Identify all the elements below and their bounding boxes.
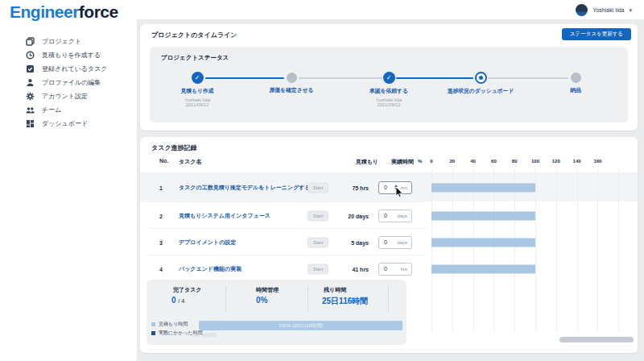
dashboard-icon: [26, 119, 35, 128]
topbar: Yoshiaki Iida ▾: [137, 0, 644, 20]
legend-swatch-dark: [151, 331, 155, 335]
task-estimate: 5 days: [319, 239, 369, 245]
timeline-card-title: プロジェクトのタイムライン: [151, 31, 237, 39]
sidebar-item-create-estimate[interactable]: 見積もりを作成する: [0, 48, 137, 62]
timeline-card: プロジェクトのタイムライン ステータスを更新する プロジェクトステータス ✓ 見…: [140, 24, 638, 131]
step-delivery: 納品: [535, 72, 616, 94]
table-row: 1 タスクの工数見積り推定モデルをトレーニングする Start 75 hrs 0…: [140, 172, 638, 202]
sidebar-item-label: アカウント設定: [42, 92, 88, 101]
horizontal-scrollbar-thumb[interactable]: [559, 337, 634, 342]
actual-hours-value: 0: [384, 239, 397, 245]
app-root: Engineerforce プロジェクト 見積もりを作成する 登録されているタス…: [0, 0, 644, 361]
step-date: 2021/09/12: [157, 102, 237, 107]
legend-estimate: 見積もり時間: [151, 321, 188, 328]
sidebar-item-account-settings[interactable]: アカウント設定: [0, 89, 137, 103]
axis-tick: 60: [485, 159, 502, 164]
pending-circle-icon: [287, 73, 297, 83]
sidebar-item-registered-tasks[interactable]: 登録されているタスク: [0, 62, 137, 76]
task-number: 3: [159, 239, 163, 245]
avatar: [576, 4, 588, 16]
task-number: 4: [159, 266, 163, 272]
progress-bar: [431, 211, 535, 220]
sidebar-item-label: 登録されているタスク: [42, 64, 108, 73]
tasks-card-title: タスク進捗記録: [151, 143, 197, 152]
sidebar-item-edit-profile[interactable]: プロファイルの編集: [0, 76, 137, 89]
axis-tick: 140: [568, 159, 586, 164]
user-name: Yoshiaki Iida: [592, 7, 624, 13]
column-header-estimate: 見積もり: [328, 158, 378, 166]
task-name-link[interactable]: タスクの工数見積り推定モデルをトレーニングする: [179, 184, 311, 192]
check-icon: ✓: [192, 72, 204, 84]
task-number: 1: [159, 185, 163, 190]
column-header-no: No.: [159, 158, 168, 164]
axis-tick: 80: [506, 159, 523, 164]
step-request-approval: ✓ 承認を依頼する Yoshiaki Iida 2021/09/12: [349, 72, 429, 107]
axis-tick: 120: [547, 159, 565, 164]
progress-bar: [431, 264, 535, 273]
table-row: 4 バックエンド機能の実装 Start 41 hrs 0 hrs: [140, 255, 638, 282]
mouse-cursor: [395, 187, 404, 201]
step-date: 2021/09/12: [349, 102, 429, 107]
sidebar-item-label: ダッシュボード: [42, 119, 88, 128]
table-row: 2 見積もりシステム用インタフェース Start 20 days 0 days: [140, 202, 638, 229]
actual-hours-value: 0: [384, 213, 397, 218]
completed-tasks-label: 完了タスク: [173, 286, 202, 294]
actual-hours-input[interactable]: 0 days: [378, 210, 412, 222]
unit-label: days: [397, 240, 407, 245]
clock-icon: [26, 51, 35, 60]
step-label: 納品: [535, 86, 616, 94]
gear-icon: [26, 92, 35, 101]
sidebar-item-team[interactable]: チーム: [0, 103, 137, 117]
task-name-link[interactable]: デプロイメントの設定: [179, 239, 236, 247]
update-status-button[interactable]: ステータスを更新する: [562, 28, 631, 40]
unit-label: days: [397, 214, 407, 218]
person-icon: [26, 78, 35, 87]
brand-logo-primary: Engineer: [10, 2, 79, 21]
brand-logo-secondary: force: [79, 2, 118, 21]
column-header-name: タスク名: [179, 158, 202, 166]
step-progress-dashboard: 進捗状況のダッシュボード: [440, 72, 521, 95]
sidebar-item-label: プロジェクト: [42, 37, 81, 46]
axis-tick: 160: [588, 159, 606, 164]
sidebar: Engineerforce プロジェクト 見積もりを作成する 登録されているタス…: [0, 0, 137, 361]
sidebar-item-label: チーム: [42, 106, 61, 114]
divider: [308, 285, 308, 312]
estimate-time-bar: 100% (25日116時間): [199, 321, 402, 330]
brand-logo: Engineerforce: [10, 2, 118, 22]
progress-bar: [431, 183, 535, 192]
chevron-down-icon: ▾: [629, 7, 632, 14]
step-label: 承認を依頼する: [349, 87, 429, 95]
project-status-panel: プロジェクトステータス ✓ 見積もり作成 Yoshiaki Iida 2021/…: [150, 47, 628, 122]
remaining-time-value: 25日116時間: [322, 296, 368, 307]
sidebar-item-projects[interactable]: プロジェクト: [0, 35, 137, 48]
current-step-icon: [475, 72, 487, 84]
axis-tick: 100: [526, 159, 544, 164]
axis-tick: 20: [444, 159, 461, 164]
task-estimate: 75 hrs: [319, 185, 369, 190]
step-confirm-cost: 原価を確定させる: [251, 72, 332, 94]
step-label: 進捗状況のダッシュボード: [440, 87, 521, 95]
table-row: 3 デプロイメントの設定 Start 5 days 0 days: [140, 229, 638, 255]
axis-tick: 0: [423, 159, 440, 164]
tasks-card: タスク進捗記録 No. タスク名 見積もり 実績時間 % 0 20 40 60 …: [140, 137, 638, 353]
sidebar-item-label: プロファイルの編集: [42, 78, 101, 87]
axis-tick: 40: [464, 159, 482, 164]
check-icon: ✓: [383, 72, 395, 84]
task-name-link[interactable]: バックエンド機能の実装: [179, 265, 242, 273]
task-check-icon: [26, 64, 35, 73]
user-menu[interactable]: Yoshiaki Iida ▾: [576, 0, 632, 20]
actual-hours-input[interactable]: 0 days: [378, 236, 412, 249]
divider: [388, 285, 389, 312]
step-label: 原価を確定させる: [251, 86, 332, 94]
step-label: 見積もり作成: [157, 87, 237, 95]
actual-hours-input[interactable]: 0 hrs: [378, 263, 412, 276]
copy-icon: [26, 37, 35, 46]
sidebar-item-dashboard[interactable]: ダッシュボード: [0, 117, 137, 131]
summary-panel: 完了タスク 0 / 4 時間管理 0% 残り時間 25日116時間 見積もり時間…: [147, 280, 407, 345]
task-estimate: 41 hrs: [319, 266, 369, 272]
remaining-time-label: 残り時間: [324, 286, 346, 294]
progress-bar: [431, 238, 535, 247]
pending-circle-icon: [571, 73, 581, 83]
task-name-link[interactable]: 見積もりシステム用インタフェース: [179, 212, 270, 220]
divider: [225, 285, 226, 312]
